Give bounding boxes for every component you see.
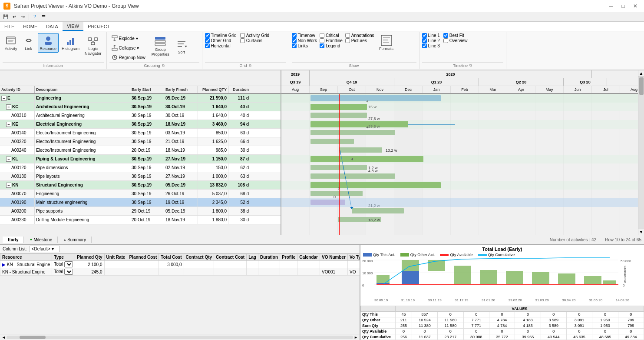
line1-input[interactable] <box>422 33 427 38</box>
maximize-button[interactable]: □ <box>618 2 628 10</box>
bar-KE[interactable] <box>310 121 408 127</box>
minimize-button[interactable]: ─ <box>606 2 616 10</box>
menu-data[interactable]: DATA <box>42 22 63 31</box>
column-list-dropdown[interactable]: <Default> ▾ <box>30 246 59 252</box>
explode-btn[interactable]: Explode ▾ <box>109 34 148 43</box>
qa-menu-btn[interactable]: ☰ <box>40 13 47 21</box>
best-fit-checkbox[interactable]: Best Fit <box>443 33 468 38</box>
activity-grid-checkbox[interactable]: Activity Grid <box>240 33 269 38</box>
grid-row-A00230[interactable]: A00230 Drilling Module Engineering 20.Oc… <box>0 216 281 224</box>
annotations-checkbox[interactable]: Annotations <box>345 33 374 38</box>
pictures-checkbox[interactable]: Pictures <box>345 38 374 43</box>
expand-KE[interactable]: − <box>6 122 11 127</box>
resource-row-2[interactable]: KN - Structural Engine Total ▾ 245,0 <box>0 268 360 276</box>
legend-checkbox[interactable]: Legend <box>320 43 343 48</box>
grid-row-A00130[interactable]: A00130 Pipe layouts 30.Sep.19 27.Nov.19 … <box>0 172 281 181</box>
ribbon-logic-nav-btn[interactable]: LogicNavigator <box>83 33 104 57</box>
line3-input[interactable] <box>422 43 427 48</box>
res-type-dropdown-2[interactable]: ▾ <box>64 269 73 275</box>
grid-row-KE[interactable]: − KE Electrical Engineering 30.Sep.19 18… <box>0 120 281 129</box>
timeline-grid-checkbox[interactable]: Timeline Grid <box>205 33 237 38</box>
links-checkbox[interactable]: Links <box>292 43 317 48</box>
horizontal-checkbox[interactable]: Horizontal <box>205 43 237 48</box>
grid-row-KN[interactable]: − KN Structural Engineering 30.Sep.19 05… <box>0 181 281 190</box>
timenow-input[interactable] <box>292 33 297 38</box>
expand-KN[interactable]: − <box>6 183 11 188</box>
scroll-track-h[interactable] <box>7 336 353 339</box>
scroll-down-btn[interactable]: ▼ <box>638 229 644 235</box>
menu-project[interactable]: PROJECT <box>83 22 114 31</box>
expand-E[interactable]: − <box>1 96 7 101</box>
line2-input[interactable] <box>422 38 427 43</box>
other-grid-input[interactable] <box>205 38 210 43</box>
bar-KN[interactable] <box>310 182 441 188</box>
expand-KL[interactable]: − <box>6 157 11 162</box>
frontline-checkbox[interactable]: Frontline <box>320 38 343 43</box>
bar-A00310[interactable] <box>310 113 367 118</box>
regroup-now-btn[interactable]: Regroup Now <box>109 53 148 62</box>
curtains-input[interactable] <box>240 38 245 43</box>
grid-row-KC[interactable]: − KC Architectural Engineering 30.Sep.19… <box>0 103 281 111</box>
grid-row-A00240[interactable]: A00240 Electro/Instrument Engineering 20… <box>0 146 281 155</box>
grid-row-A00140[interactable]: A00140 Electro/Instrument Engineering 30… <box>0 129 281 137</box>
qa-undo-btn[interactable]: ↩ <box>10 13 18 21</box>
menu-view[interactable]: VIEW <box>63 22 83 31</box>
grid-row-A00120[interactable]: A00120 Pipe dimensions 30.Sep.19 02.Nov.… <box>0 163 281 172</box>
curtains-checkbox[interactable]: Curtains <box>240 38 269 43</box>
timenow-checkbox[interactable]: Timenow <box>292 33 317 38</box>
timeline-expand-icon[interactable]: ⧉ <box>469 63 472 68</box>
line3-checkbox[interactable]: Line 3 <box>422 43 440 48</box>
line2-checkbox[interactable]: Line 2 <box>422 38 440 43</box>
grid-row-A00070[interactable]: A00070 Engineering 30.Sep.19 26.Oct.19 5… <box>0 190 281 198</box>
collapse-btn[interactable]: Collapse ▾ <box>109 43 148 52</box>
line1-checkbox[interactable]: Line 1 <box>422 33 440 38</box>
horizontal-input[interactable] <box>205 43 210 48</box>
bar-A00190[interactable] <box>310 200 345 205</box>
grid-row-A00310[interactable]: A00310 Architectural Engineering 30.Sep.… <box>0 111 281 120</box>
ribbon-activity-btn[interactable]: Activity <box>3 33 20 53</box>
grid-row-A00220[interactable]: A00220 Electro/Instrument Engineering 30… <box>0 137 281 146</box>
group-properties-btn[interactable]: GroupProperties <box>149 33 172 59</box>
frontline-input[interactable] <box>320 38 324 43</box>
ribbon-resource-btn[interactable]: Resource <box>38 33 59 53</box>
bar-A00130[interactable] <box>310 173 395 179</box>
scroll-track[interactable] <box>638 77 644 229</box>
qa-redo-btn[interactable]: ↪ <box>19 13 27 21</box>
scroll-thumb[interactable] <box>639 77 644 95</box>
ribbon-link-btn[interactable]: Link <box>20 33 37 53</box>
grid-expand-icon[interactable]: ⧉ <box>249 63 251 68</box>
tab-milestone[interactable]: ▼ Milestone <box>24 237 58 243</box>
bar-A00070[interactable] <box>310 191 363 196</box>
grid-row-A00200[interactable]: A00200 Pipe supports 29.Oct.19 05.Dec.19… <box>0 207 281 216</box>
annotations-input[interactable] <box>345 33 350 38</box>
non-work-input[interactable] <box>292 38 297 43</box>
resource-row-1[interactable]: ▶ KN - Structural Engine Total ▾ 2 100,0… <box>0 261 360 268</box>
tab-early[interactable]: Early <box>3 237 24 243</box>
pictures-input[interactable] <box>345 38 350 43</box>
close-button[interactable]: ✕ <box>630 2 641 10</box>
scroll-left-btn[interactable]: ◄ <box>1 335 7 340</box>
activity-grid-input[interactable] <box>240 33 245 38</box>
overview-checkbox[interactable]: Overview <box>443 38 468 43</box>
bar-KL[interactable] <box>310 156 423 162</box>
expand-KC[interactable]: − <box>6 104 11 110</box>
bar-E[interactable] <box>310 95 441 101</box>
vertical-scrollbar[interactable]: ▲ ▼ <box>638 70 644 235</box>
bar-A00120[interactable] <box>310 165 367 170</box>
best-fit-input[interactable] <box>443 33 448 38</box>
non-work-checkbox[interactable]: Non Work <box>292 38 317 43</box>
formats-btn[interactable]: Formats <box>377 33 396 53</box>
grid-row-A00190[interactable]: A00190 Main structure engineering 30.Sep… <box>0 198 281 207</box>
other-grid-checkbox[interactable]: Other Grid <box>205 38 237 43</box>
bar-A00240[interactable] <box>339 147 382 153</box>
menu-file[interactable]: FILE <box>0 22 19 31</box>
bar-KC[interactable] <box>310 104 367 110</box>
grid-row-KL[interactable]: − KL Piping & Layout Engineering 30.Sep.… <box>0 155 281 163</box>
scroll-right-btn[interactable]: ► <box>353 335 359 340</box>
resource-scrollbar[interactable]: ◄ ► <box>0 334 360 340</box>
tab-summary[interactable]: ▲ Summary <box>58 237 92 243</box>
timeline-grid-input[interactable] <box>205 33 210 38</box>
qa-save-btn[interactable]: 💾 <box>2 13 10 21</box>
ribbon-histogram-btn[interactable]: Histogram <box>59 33 82 53</box>
critical-checkbox[interactable]: Critical <box>320 33 343 38</box>
